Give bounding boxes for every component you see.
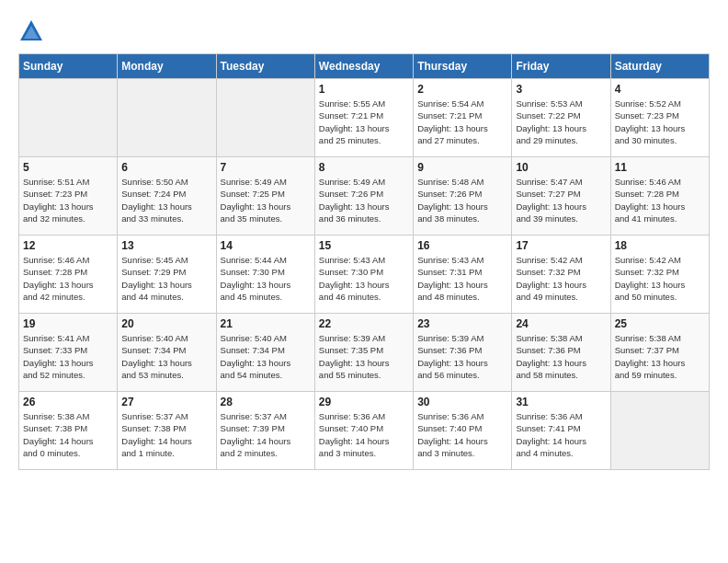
day-number: 11 bbox=[615, 161, 705, 174]
logo bbox=[18, 18, 48, 44]
day-info: Sunrise: 5:42 AM Sunset: 7:32 PM Dayligh… bbox=[615, 254, 705, 303]
day-info: Sunrise: 5:49 AM Sunset: 7:26 PM Dayligh… bbox=[319, 176, 409, 224]
day-number: 21 bbox=[221, 317, 311, 330]
calendar-cell: 5Sunrise: 5:51 AM Sunset: 7:23 PM Daylig… bbox=[19, 157, 118, 236]
day-number: 14 bbox=[221, 239, 311, 252]
weekday-header-row: SundayMondayTuesdayWednesdayThursdayFrid… bbox=[19, 54, 710, 79]
day-info: Sunrise: 5:53 AM Sunset: 7:22 PM Dayligh… bbox=[516, 98, 606, 146]
calendar-cell: 31Sunrise: 5:36 AM Sunset: 7:41 PM Dayli… bbox=[512, 392, 610, 470]
day-number: 9 bbox=[417, 161, 507, 174]
day-number: 6 bbox=[121, 161, 211, 174]
calendar-cell bbox=[610, 392, 709, 470]
calendar-cell: 4Sunrise: 5:52 AM Sunset: 7:23 PM Daylig… bbox=[610, 79, 709, 157]
day-number: 5 bbox=[23, 161, 113, 174]
calendar-cell: 28Sunrise: 5:37 AM Sunset: 7:39 PM Dayli… bbox=[216, 392, 314, 470]
day-number: 23 bbox=[417, 317, 507, 330]
calendar-cell: 23Sunrise: 5:39 AM Sunset: 7:36 PM Dayli… bbox=[414, 314, 512, 392]
day-info: Sunrise: 5:38 AM Sunset: 7:38 PM Dayligh… bbox=[23, 410, 113, 459]
day-info: Sunrise: 5:38 AM Sunset: 7:37 PM Dayligh… bbox=[615, 332, 705, 381]
calendar-cell: 10Sunrise: 5:47 AM Sunset: 7:27 PM Dayli… bbox=[512, 157, 610, 236]
day-info: Sunrise: 5:39 AM Sunset: 7:35 PM Dayligh… bbox=[319, 332, 409, 381]
day-number: 26 bbox=[23, 396, 113, 408]
day-number: 24 bbox=[516, 317, 606, 330]
weekday-header-thursday: Thursday bbox=[414, 54, 512, 79]
day-info: Sunrise: 5:42 AM Sunset: 7:32 PM Dayligh… bbox=[516, 254, 606, 303]
logo-icon bbox=[18, 18, 44, 44]
day-info: Sunrise: 5:37 AM Sunset: 7:39 PM Dayligh… bbox=[221, 410, 311, 459]
day-info: Sunrise: 5:43 AM Sunset: 7:30 PM Dayligh… bbox=[319, 254, 409, 303]
day-info: Sunrise: 5:52 AM Sunset: 7:23 PM Dayligh… bbox=[615, 98, 705, 146]
calendar-cell: 26Sunrise: 5:38 AM Sunset: 7:38 PM Dayli… bbox=[19, 392, 118, 470]
day-info: Sunrise: 5:36 AM Sunset: 7:40 PM Dayligh… bbox=[417, 410, 507, 459]
calendar-cell: 8Sunrise: 5:49 AM Sunset: 7:26 PM Daylig… bbox=[314, 157, 413, 236]
calendar-cell: 12Sunrise: 5:46 AM Sunset: 7:28 PM Dayli… bbox=[19, 236, 118, 314]
day-info: Sunrise: 5:54 AM Sunset: 7:21 PM Dayligh… bbox=[417, 98, 507, 146]
calendar-cell: 24Sunrise: 5:38 AM Sunset: 7:36 PM Dayli… bbox=[512, 314, 610, 392]
day-info: Sunrise: 5:40 AM Sunset: 7:34 PM Dayligh… bbox=[221, 332, 311, 381]
calendar-week-4: 19Sunrise: 5:41 AM Sunset: 7:33 PM Dayli… bbox=[19, 314, 710, 392]
calendar-week-5: 26Sunrise: 5:38 AM Sunset: 7:38 PM Dayli… bbox=[19, 392, 710, 470]
calendar-cell: 16Sunrise: 5:43 AM Sunset: 7:31 PM Dayli… bbox=[414, 236, 512, 314]
day-info: Sunrise: 5:36 AM Sunset: 7:41 PM Dayligh… bbox=[516, 410, 606, 459]
weekday-header-wednesday: Wednesday bbox=[314, 54, 413, 79]
day-number: 10 bbox=[516, 161, 606, 174]
calendar-week-1: 1Sunrise: 5:55 AM Sunset: 7:21 PM Daylig… bbox=[19, 79, 710, 157]
calendar-cell: 25Sunrise: 5:38 AM Sunset: 7:37 PM Dayli… bbox=[610, 314, 709, 392]
weekday-header-sunday: Sunday bbox=[19, 54, 118, 79]
calendar-cell: 9Sunrise: 5:48 AM Sunset: 7:26 PM Daylig… bbox=[414, 157, 512, 236]
day-info: Sunrise: 5:47 AM Sunset: 7:27 PM Dayligh… bbox=[516, 176, 606, 224]
weekday-header-monday: Monday bbox=[118, 54, 216, 79]
day-number: 28 bbox=[221, 396, 311, 408]
calendar-table: SundayMondayTuesdayWednesdayThursdayFrid… bbox=[18, 53, 710, 470]
calendar-cell: 1Sunrise: 5:55 AM Sunset: 7:21 PM Daylig… bbox=[314, 79, 413, 157]
weekday-header-saturday: Saturday bbox=[610, 54, 709, 79]
day-number: 22 bbox=[319, 317, 409, 330]
day-info: Sunrise: 5:55 AM Sunset: 7:21 PM Dayligh… bbox=[319, 98, 409, 146]
day-number: 7 bbox=[221, 161, 311, 174]
day-info: Sunrise: 5:36 AM Sunset: 7:40 PM Dayligh… bbox=[319, 410, 409, 459]
day-info: Sunrise: 5:39 AM Sunset: 7:36 PM Dayligh… bbox=[417, 332, 507, 381]
calendar-cell: 21Sunrise: 5:40 AM Sunset: 7:34 PM Dayli… bbox=[216, 314, 314, 392]
day-number: 19 bbox=[23, 317, 113, 330]
day-info: Sunrise: 5:46 AM Sunset: 7:28 PM Dayligh… bbox=[23, 254, 113, 303]
calendar-cell: 27Sunrise: 5:37 AM Sunset: 7:38 PM Dayli… bbox=[118, 392, 216, 470]
calendar-cell: 11Sunrise: 5:46 AM Sunset: 7:28 PM Dayli… bbox=[610, 157, 709, 236]
day-info: Sunrise: 5:50 AM Sunset: 7:24 PM Dayligh… bbox=[121, 176, 211, 224]
calendar-cell: 14Sunrise: 5:44 AM Sunset: 7:30 PM Dayli… bbox=[216, 236, 314, 314]
calendar-cell: 29Sunrise: 5:36 AM Sunset: 7:40 PM Dayli… bbox=[314, 392, 413, 470]
day-info: Sunrise: 5:38 AM Sunset: 7:36 PM Dayligh… bbox=[516, 332, 606, 381]
day-number: 16 bbox=[417, 239, 507, 252]
weekday-header-friday: Friday bbox=[512, 54, 610, 79]
day-info: Sunrise: 5:41 AM Sunset: 7:33 PM Dayligh… bbox=[23, 332, 113, 381]
calendar-week-2: 5Sunrise: 5:51 AM Sunset: 7:23 PM Daylig… bbox=[19, 157, 710, 236]
calendar-cell: 30Sunrise: 5:36 AM Sunset: 7:40 PM Dayli… bbox=[414, 392, 512, 470]
day-number: 18 bbox=[615, 239, 705, 252]
calendar-cell: 22Sunrise: 5:39 AM Sunset: 7:35 PM Dayli… bbox=[314, 314, 413, 392]
day-number: 15 bbox=[319, 239, 409, 252]
calendar-cell bbox=[19, 79, 118, 157]
day-number: 1 bbox=[319, 83, 409, 96]
day-info: Sunrise: 5:37 AM Sunset: 7:38 PM Dayligh… bbox=[121, 410, 211, 459]
weekday-header-tuesday: Tuesday bbox=[216, 54, 314, 79]
day-number: 17 bbox=[516, 239, 606, 252]
page-header bbox=[18, 18, 710, 44]
day-number: 27 bbox=[121, 396, 211, 408]
day-info: Sunrise: 5:44 AM Sunset: 7:30 PM Dayligh… bbox=[221, 254, 311, 303]
day-info: Sunrise: 5:48 AM Sunset: 7:26 PM Dayligh… bbox=[417, 176, 507, 224]
calendar-cell: 6Sunrise: 5:50 AM Sunset: 7:24 PM Daylig… bbox=[118, 157, 216, 236]
day-number: 30 bbox=[417, 396, 507, 408]
calendar-cell: 18Sunrise: 5:42 AM Sunset: 7:32 PM Dayli… bbox=[610, 236, 709, 314]
calendar-cell bbox=[118, 79, 216, 157]
calendar-cell: 17Sunrise: 5:42 AM Sunset: 7:32 PM Dayli… bbox=[512, 236, 610, 314]
calendar-cell: 2Sunrise: 5:54 AM Sunset: 7:21 PM Daylig… bbox=[414, 79, 512, 157]
day-info: Sunrise: 5:43 AM Sunset: 7:31 PM Dayligh… bbox=[417, 254, 507, 303]
day-number: 31 bbox=[516, 396, 606, 408]
day-number: 25 bbox=[615, 317, 705, 330]
calendar-cell: 19Sunrise: 5:41 AM Sunset: 7:33 PM Dayli… bbox=[19, 314, 118, 392]
calendar-cell: 15Sunrise: 5:43 AM Sunset: 7:30 PM Dayli… bbox=[314, 236, 413, 314]
calendar-cell: 13Sunrise: 5:45 AM Sunset: 7:29 PM Dayli… bbox=[118, 236, 216, 314]
calendar-cell: 3Sunrise: 5:53 AM Sunset: 7:22 PM Daylig… bbox=[512, 79, 610, 157]
day-number: 4 bbox=[615, 83, 705, 96]
day-number: 13 bbox=[121, 239, 211, 252]
day-info: Sunrise: 5:51 AM Sunset: 7:23 PM Dayligh… bbox=[23, 176, 113, 224]
